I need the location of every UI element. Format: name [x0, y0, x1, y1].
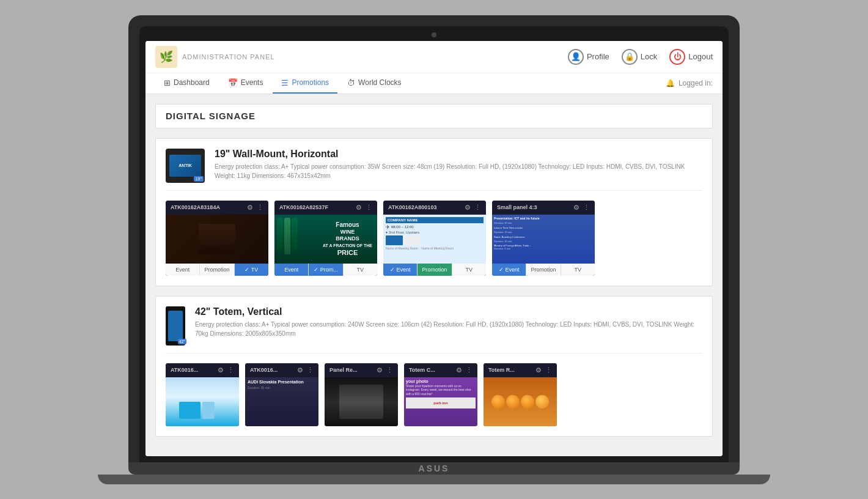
- totem-2-dots-icon[interactable]: ⋮: [307, 366, 314, 374]
- panel-card-4-header: Small panel 4:3 ⚙ ⋮: [492, 201, 595, 215]
- app-logo-area: 🌿 ADMINISTRATION PANEL: [155, 46, 275, 68]
- totem-5-gear-icon[interactable]: ⚙: [535, 366, 542, 374]
- panel-1-id: ATK00162A83184A: [171, 204, 220, 210]
- panel-card-1-header: ATK00162A83184A ⚙ ⋮: [166, 201, 268, 215]
- wall-mount-panels: ATK00162A83184A ⚙ ⋮: [166, 201, 702, 276]
- panel-1-gear-icon[interactable]: ⚙: [247, 204, 253, 212]
- lock-button[interactable]: 🔒 Lock: [622, 49, 657, 65]
- totem-card-3: Panel Re... ⚙ ⋮: [325, 363, 398, 426]
- totem-2-gear-icon[interactable]: ⚙: [297, 366, 303, 374]
- panel-3-preview: COMPANY NAME ✈ 08:00 – 12:00 ♦ 2nd Floor…: [383, 215, 486, 264]
- panel-2-gear-icon[interactable]: ⚙: [356, 204, 362, 212]
- app-header: 🌿 ADMINISTRATION PANEL 👤 Profile 🔒: [145, 41, 723, 94]
- totem-3-gear-icon[interactable]: ⚙: [377, 366, 383, 374]
- totem-thumb: 42": [166, 306, 185, 346]
- totem-4-id: Totem C...: [409, 367, 435, 373]
- panel-3-dots-icon[interactable]: ⋮: [474, 204, 481, 212]
- panel-2-tv-btn[interactable]: TV: [344, 264, 377, 276]
- wall-mount-header: ANTIK 19" 19" Wall-Mount, Horizontal Ene…: [166, 149, 702, 191]
- totem-card-5-header: Totem R... ⚙ ⋮: [484, 363, 557, 377]
- panel-2-event-btn[interactable]: Event: [274, 264, 309, 276]
- panel-card-2-header: ATK00162A82537F ⚙ ⋮: [274, 201, 377, 215]
- totem-5-dots-icon[interactable]: ⋮: [545, 366, 552, 374]
- panel-2-promo-btn[interactable]: ✓ Prom...: [309, 264, 343, 276]
- app-logo: 🌿: [155, 46, 177, 68]
- page-title-bar: DIGITAL SIGNAGE: [155, 104, 713, 128]
- totem-4-dots-icon[interactable]: ⋮: [466, 366, 473, 374]
- panel-2-footer: Event ✓ Prom... TV: [274, 264, 377, 276]
- panel-card-2: ATK00162A82537F ⚙ ⋮ Famous: [274, 201, 377, 276]
- totem-2-preview: AUDI Slovakia Presentation Duration: 35 …: [245, 377, 318, 426]
- nav-dashboard[interactable]: ⊞ Dashboard: [155, 73, 218, 94]
- totem-card-2: ATK0016... ⚙ ⋮ AUDI Slovakia Presentatio…: [245, 363, 318, 426]
- panel-card-4: Small panel 4:3 ⚙ ⋮ Presentation: ICT an…: [492, 201, 595, 276]
- panel-4-preview: Presentation: ICT and its future Duratio…: [492, 215, 595, 264]
- logout-button[interactable]: ⏻ Logout: [669, 49, 713, 65]
- dashboard-icon: ⊞: [164, 78, 171, 87]
- panel-3-actions: ⚙ ⋮: [465, 204, 481, 212]
- clocks-icon: ⏱: [347, 78, 355, 87]
- panel-1-tv-btn[interactable]: ✓ TV: [235, 264, 268, 276]
- panel-2-preview: Famous WINE BRANDS AT A FRACTION OF THE …: [274, 215, 377, 264]
- panel-card-3: ATK00162A800103 ⚙ ⋮ COMPANY NAME: [383, 201, 486, 276]
- page-title: DIGITAL SIGNAGE: [166, 111, 256, 121]
- totem-1-actions: ⚙ ⋮: [218, 366, 234, 374]
- bell-icon[interactable]: 🔔: [666, 79, 675, 87]
- panel-2-dots-icon[interactable]: ⋮: [366, 204, 372, 212]
- panel-card-3-header: ATK00162A800103 ⚙ ⋮: [383, 201, 486, 215]
- panel-4-promo-btn[interactable]: Promotion: [526, 264, 561, 276]
- totem-card-1: ATK0016... ⚙ ⋮: [166, 363, 239, 426]
- totem-screen: [168, 311, 183, 341]
- panel-4-actions: ⚙ ⋮: [573, 204, 590, 212]
- logo-icon: 🌿: [160, 50, 173, 64]
- panel-1-preview: [166, 215, 268, 264]
- totem-2-id: ATK0016...: [250, 367, 278, 373]
- panel-3-tv-btn[interactable]: TV: [452, 264, 486, 276]
- panel-4-tv-btn[interactable]: TV: [561, 264, 595, 276]
- totem-1-preview: [166, 377, 239, 426]
- nav-events[interactable]: 📅 Events: [219, 73, 272, 94]
- panel-3-id: ATK00162A800103: [388, 204, 436, 210]
- app-navbar: ⊞ Dashboard 📅 Events ☰ Promotions ⏱: [145, 73, 723, 94]
- panel-4-event-btn[interactable]: ✓ Event: [492, 264, 526, 276]
- panel-3-gear-icon[interactable]: ⚙: [465, 204, 471, 212]
- totem-3-id: Panel Re...: [329, 367, 358, 373]
- panel-1-promo-btn[interactable]: Promotion: [200, 264, 234, 276]
- totem-specs: Energy protection class: A+ Typical powe…: [195, 320, 702, 338]
- laptop-bottom: ASUS: [128, 462, 740, 475]
- panel-3-promo-btn[interactable]: Promotion: [417, 264, 452, 276]
- totem-5-actions: ⚙ ⋮: [535, 366, 552, 374]
- panel-3-event-btn[interactable]: ✓ Event: [383, 264, 417, 276]
- profile-icon: 👤: [568, 49, 584, 65]
- totem-1-id: ATK0016...: [171, 367, 198, 373]
- totem-3-dots-icon[interactable]: ⋮: [386, 366, 393, 374]
- totem-1-dots-icon[interactable]: ⋮: [227, 366, 234, 374]
- events-icon: 📅: [228, 78, 238, 87]
- nav-world-clocks[interactable]: ⏱ World Clocks: [339, 73, 410, 94]
- totem-panels: ATK0016... ⚙ ⋮: [166, 363, 702, 426]
- nav-promotions[interactable]: ☰ Promotions: [273, 73, 337, 94]
- app-admin-title: ADMINISTRATION PANEL: [182, 53, 275, 61]
- totem-4-actions: ⚙ ⋮: [456, 366, 473, 374]
- totem-size-badge: 42": [178, 339, 186, 344]
- panel-4-gear-icon[interactable]: ⚙: [573, 204, 579, 212]
- totem-4-gear-icon[interactable]: ⚙: [456, 366, 462, 374]
- nav-dashboard-label: Dashboard: [174, 78, 210, 87]
- totem-name: 42" Totem, Vertical: [195, 306, 702, 317]
- panel-1-dots-icon[interactable]: ⋮: [257, 204, 263, 212]
- panel-4-id: Small panel 4:3: [497, 204, 537, 210]
- panel-4-dots-icon[interactable]: ⋮: [583, 204, 590, 212]
- panel-3-footer: ✓ Event Promotion TV: [383, 264, 486, 276]
- panel-card-1: ATK00162A83184A ⚙ ⋮: [166, 201, 268, 276]
- panel-1-footer: Event Promotion ✓ TV: [166, 264, 268, 276]
- logged-in-label: Logged in:: [679, 79, 713, 87]
- totem-5-id: Totem R...: [488, 367, 515, 373]
- laptop-outer: 🌿 ADMINISTRATION PANEL 👤 Profile 🔒: [128, 15, 740, 462]
- wall-mount-info: 19" Wall-Mount, Horizontal Energy protec…: [215, 149, 702, 180]
- totem-1-gear-icon[interactable]: ⚙: [218, 366, 224, 374]
- panel-1-event-btn[interactable]: Event: [166, 264, 200, 276]
- profile-button[interactable]: 👤 Profile: [568, 49, 609, 65]
- totem-card-1-header: ATK0016... ⚙ ⋮: [166, 363, 239, 377]
- laptop-screen: 🌿 ADMINISTRATION PANEL 👤 Profile 🔒: [145, 41, 723, 456]
- totem-section: 42" 42" Totem, Vertical Energy protectio…: [155, 296, 713, 437]
